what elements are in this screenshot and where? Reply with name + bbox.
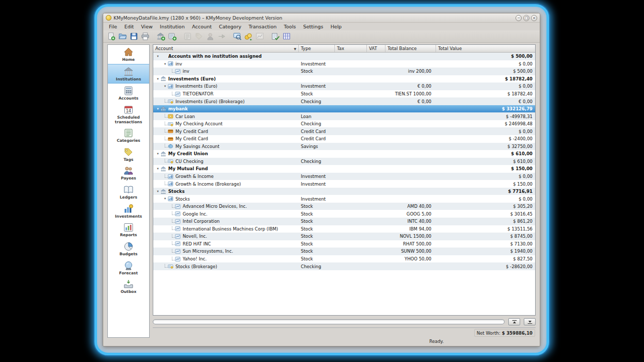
- maximize-button[interactable]: □: [523, 15, 529, 21]
- cell-balance: YHOO 50,00: [385, 256, 436, 261]
- sidebar-item-label: Reports: [120, 233, 137, 238]
- expand-arrow-icon[interactable]: ▾: [155, 55, 160, 58]
- menu-item-edit[interactable]: Edit: [121, 23, 137, 30]
- sidebar-item-ledgers[interactable]: Ledgers: [108, 183, 149, 202]
- menu-item-transaction[interactable]: Transaction: [245, 23, 280, 30]
- find-transaction-button[interactable]: [232, 31, 242, 42]
- table-row[interactable]: ▾My Mutual Fund$ 150,00: [153, 165, 535, 173]
- expand-arrow-icon[interactable]: ▾: [163, 197, 168, 201]
- update-prices-button[interactable]: [243, 31, 253, 42]
- table-row[interactable]: My Checking AccountChecking$ 246998,48: [153, 120, 535, 128]
- expand-arrow-icon[interactable]: ▾: [163, 62, 168, 66]
- menu-item-file[interactable]: File: [105, 23, 121, 30]
- sidebar-item-categories[interactable]: Categories: [108, 126, 149, 145]
- tree-connector: [163, 113, 168, 119]
- print-button[interactable]: [140, 31, 150, 42]
- table-row[interactable]: Novell, Inc.StockNOVL 1500,00$ 8745,00: [153, 233, 535, 240]
- account-name: My Credit Card: [175, 136, 208, 141]
- new-file-button[interactable]: [106, 31, 116, 42]
- table-row[interactable]: Google Inc.StockGOOG 5,00$ 3016,45: [153, 210, 535, 218]
- sidebar-item-scheduled-transactions[interactable]: 14Scheduled transactions: [108, 103, 149, 126]
- sidebar-item-accounts[interactable]: Accounts: [108, 84, 149, 103]
- sidebar-item-institutions[interactable]: Institutions: [108, 64, 149, 84]
- table-row[interactable]: ▾Investments (Euro)$ 18782,40: [153, 75, 535, 83]
- table-row[interactable]: ▾Investments (Euro)Investment€ 0,00$ 0,0…: [153, 83, 535, 90]
- tree-connector: [170, 241, 175, 246]
- expand-arrow-icon[interactable]: ▾: [155, 152, 160, 156]
- menu-item-institution[interactable]: Institution: [156, 23, 188, 30]
- table-row[interactable]: Advanced Micro Devices, Inc.StockAMD 40,…: [153, 203, 535, 210]
- expand-all-button[interactable]: [524, 318, 536, 325]
- sidebar-item-reports[interactable]: Reports: [108, 220, 149, 239]
- cell-total-value: $ -49978,31: [436, 114, 535, 119]
- menu-item-category[interactable]: Category: [215, 23, 245, 30]
- cell-balance: RHAT 500,00: [385, 241, 436, 246]
- table-row[interactable]: Investments (Euro) (Brokerage)Checking€ …: [153, 97, 535, 105]
- save-button[interactable]: [128, 31, 139, 42]
- table-row[interactable]: Sun Microsystems, Inc.StockSUNW 500,00$ …: [153, 248, 535, 255]
- sidebar-item-label: Scheduled transactions: [108, 116, 149, 124]
- sidebar-item-home[interactable]: Home: [108, 45, 149, 64]
- menu-item-help[interactable]: Help: [327, 23, 345, 30]
- column-header-vat[interactable]: VAT: [367, 45, 385, 52]
- new-institution-button[interactable]: [155, 31, 166, 42]
- column-header-type[interactable]: Type: [299, 45, 335, 52]
- account-name: Intel Corporation: [183, 219, 220, 224]
- table-row[interactable]: CU CheckingChecking$ 610,00: [153, 158, 535, 166]
- table-row[interactable]: My Savings AccountSavings$ 32750,00: [153, 143, 535, 151]
- table-row-selected[interactable]: ▾mybank$ 332126,79: [153, 105, 535, 113]
- cell-account: Yahoo! Inc.: [153, 256, 299, 262]
- cell-balance: IBM 94,00: [385, 226, 436, 232]
- table-row[interactable]: International Business Machines Corp (IB…: [153, 225, 535, 233]
- tree-connector: [170, 249, 175, 254]
- table-row[interactable]: TIETOENATORStockTIEN.ST 1000,00$ 18782,4…: [153, 90, 535, 98]
- expand-arrow-icon[interactable]: ▾: [155, 107, 160, 111]
- table-row[interactable]: ▾invInvestment$ 0,00: [153, 60, 535, 68]
- table-row[interactable]: RED HAT INCStockRHAT 500,00$ 7130,00: [153, 240, 535, 248]
- cell-type: Loan: [299, 114, 335, 119]
- new-account-button[interactable]: [167, 31, 177, 42]
- open-file-button[interactable]: [117, 31, 127, 42]
- column-header-total-value[interactable]: Total Value: [436, 45, 535, 52]
- close-button[interactable]: ×: [531, 15, 537, 21]
- sidebar-item-payees[interactable]: Payees: [108, 163, 149, 183]
- table-row[interactable]: invStockinv 200,00$ 500,00: [153, 68, 535, 75]
- sidebar-item-budgets[interactable]: Budgets: [108, 239, 149, 258]
- column-header-total-balance[interactable]: Total Balance: [385, 45, 436, 52]
- table-row[interactable]: Growth & IncomeInvestment$ 0,00: [153, 173, 535, 180]
- table-row[interactable]: ▾My Credit Union$ 610,00: [153, 150, 535, 158]
- table-row[interactable]: Intel CorporationStockINTC 40,00$ 861,20: [153, 218, 535, 225]
- sidebar-item-investments[interactable]: Investments: [108, 202, 149, 221]
- expand-arrow-icon[interactable]: ▾: [155, 190, 160, 193]
- table-row[interactable]: Stocks (Brokerage)Checking$ -28620,00: [153, 262, 535, 270]
- consistency-check-button[interactable]: [270, 31, 280, 42]
- column-header-tax[interactable]: Tax: [335, 45, 367, 52]
- table-row[interactable]: Car LoanLoan$ -49978,31: [153, 112, 535, 120]
- expand-arrow-icon[interactable]: ▾: [155, 77, 160, 81]
- cell-balance: GOOG 5,00: [385, 211, 436, 217]
- column-header-account[interactable]: Account▼: [153, 45, 299, 52]
- menu-item-settings[interactable]: Settings: [299, 23, 327, 30]
- transaction-detail-button[interactable]: [281, 31, 292, 42]
- table-row[interactable]: My Credit CardCredit Card$ 0,00: [153, 127, 535, 135]
- menu-item-tools[interactable]: Tools: [280, 23, 299, 30]
- collapse-all-button[interactable]: [508, 318, 520, 325]
- expand-arrow-icon[interactable]: ▾: [155, 167, 160, 171]
- table-row[interactable]: ▾StocksInvestment$ 0,00: [153, 195, 535, 203]
- titlebar[interactable]: KMyMoneyDataFile.kmy (1280 x 960) – KMyM…: [103, 13, 540, 23]
- table-row[interactable]: ▾Accounts with no institution assigned$ …: [153, 53, 535, 60]
- table-body[interactable]: ▾Accounts with no institution assigned$ …: [153, 53, 535, 315]
- menu-item-view[interactable]: View: [137, 23, 156, 30]
- cell-total-value: $ 861,20: [436, 219, 535, 224]
- sidebar-item-forecast[interactable]: Forecast: [108, 258, 149, 277]
- menu-item-account[interactable]: Account: [188, 23, 215, 30]
- sidebar-item-outbox[interactable]: Outbox: [108, 277, 149, 296]
- table-row[interactable]: Yahoo! Inc.StockYHOO 50,00$ 827,50: [153, 255, 535, 263]
- table-row[interactable]: ▾Stocks$ 7716,91: [153, 188, 535, 195]
- table-row[interactable]: Growth & Income (Brokerage)Investment$ 1…: [153, 180, 535, 188]
- table-row[interactable]: My Credit CardCredit Card$ -2400,00: [153, 135, 535, 143]
- minimize-button[interactable]: −: [516, 15, 522, 21]
- cell-balance: € 0,00: [385, 84, 436, 89]
- expand-arrow-icon[interactable]: ▾: [163, 85, 168, 88]
- sidebar-item-tags[interactable]: Tags: [108, 145, 149, 164]
